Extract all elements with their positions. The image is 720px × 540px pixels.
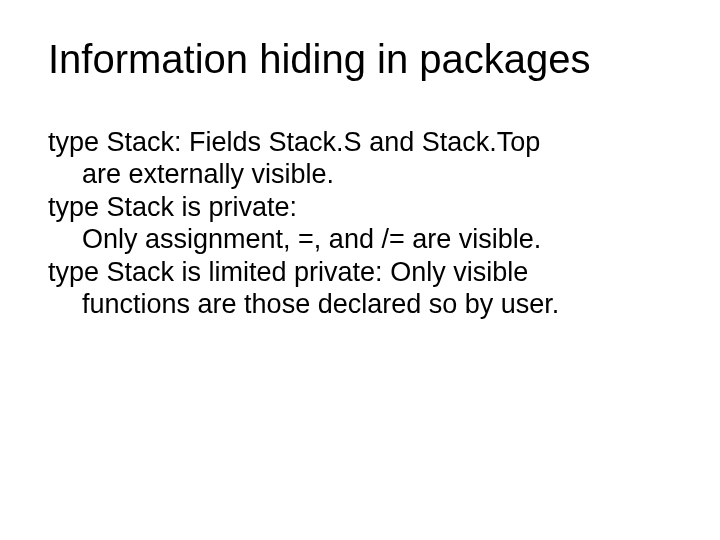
slide: Information hiding in packages type Stac…	[0, 0, 720, 540]
paragraph-3: type Stack is limited private: Only visi…	[48, 256, 672, 321]
text-line: functions are those declared so by user.	[48, 288, 672, 320]
text-line: type Stack is limited private: Only visi…	[48, 256, 672, 288]
slide-title: Information hiding in packages	[48, 36, 672, 82]
text-line: type Stack: Fields Stack.S and Stack.Top	[48, 126, 672, 158]
paragraph-1: type Stack: Fields Stack.S and Stack.Top…	[48, 126, 672, 191]
text-line: type Stack is private:	[48, 191, 672, 223]
paragraph-2: type Stack is private: Only assignment, …	[48, 191, 672, 256]
slide-body: type Stack: Fields Stack.S and Stack.Top…	[48, 126, 672, 320]
text-line: are externally visible.	[48, 158, 672, 190]
text-line: Only assignment, =, and /= are visible.	[48, 223, 672, 255]
